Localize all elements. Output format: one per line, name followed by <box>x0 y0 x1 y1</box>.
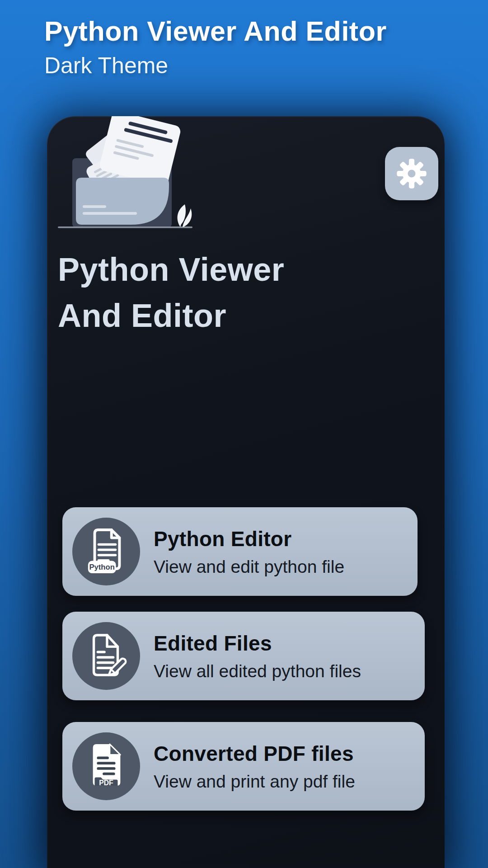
pdf-file-icon: PDF <box>84 741 128 791</box>
app-title-line1: Python Viewer <box>58 246 284 292</box>
pdf-badge-label: PDF <box>99 779 113 787</box>
leaf-icon <box>178 204 192 227</box>
menu-item-icon-circle: PDF <box>72 732 140 800</box>
phone-frame: Python Viewer And Editor <box>47 116 445 868</box>
folder-front-pocket <box>76 178 169 225</box>
ground-line <box>58 226 192 228</box>
menu-item-title: Edited Files <box>154 631 361 656</box>
menu-item-python-editor[interactable]: Python Python Editor View and edit pytho… <box>62 507 418 596</box>
promo-subtitle: Dark Theme <box>44 52 387 79</box>
menu-item-edited-files[interactable]: Edited Files View all edited python file… <box>62 612 425 700</box>
python-file-icon: Python <box>84 527 128 576</box>
menu-item-icon-circle <box>72 622 140 690</box>
menu-item-text: Python Editor View and edit python file <box>154 527 344 577</box>
promo-header: Python Viewer And Editor Dark Theme <box>44 15 387 79</box>
menu-item-text: Edited Files View all edited python file… <box>154 631 361 681</box>
menu-item-converted-pdf-files[interactable]: PDF Converted PDF files View and print a… <box>62 722 425 811</box>
settings-button[interactable] <box>385 147 438 200</box>
edit-file-icon <box>84 632 128 680</box>
menu-item-subtitle: View and edit python file <box>154 557 344 577</box>
python-badge-label: Python <box>89 563 114 571</box>
app-title-line2: And Editor <box>58 292 284 339</box>
menu-item-title: Converted PDF files <box>154 741 355 766</box>
menu-item-icon-circle: Python <box>72 518 140 585</box>
gear-icon <box>396 158 427 189</box>
promo-screen: Python Viewer And Editor Dark Theme <box>0 0 488 868</box>
documents-folder-icon <box>50 116 201 233</box>
promo-title: Python Viewer And Editor <box>44 15 387 47</box>
menu-item-title: Python Editor <box>154 527 344 551</box>
menu-item-text: Converted PDF files View and print any p… <box>154 741 355 792</box>
menu-item-subtitle: View and print any pdf file <box>154 772 355 792</box>
menu-item-subtitle: View all edited python files <box>154 661 361 681</box>
app-title: Python Viewer And Editor <box>58 246 284 339</box>
